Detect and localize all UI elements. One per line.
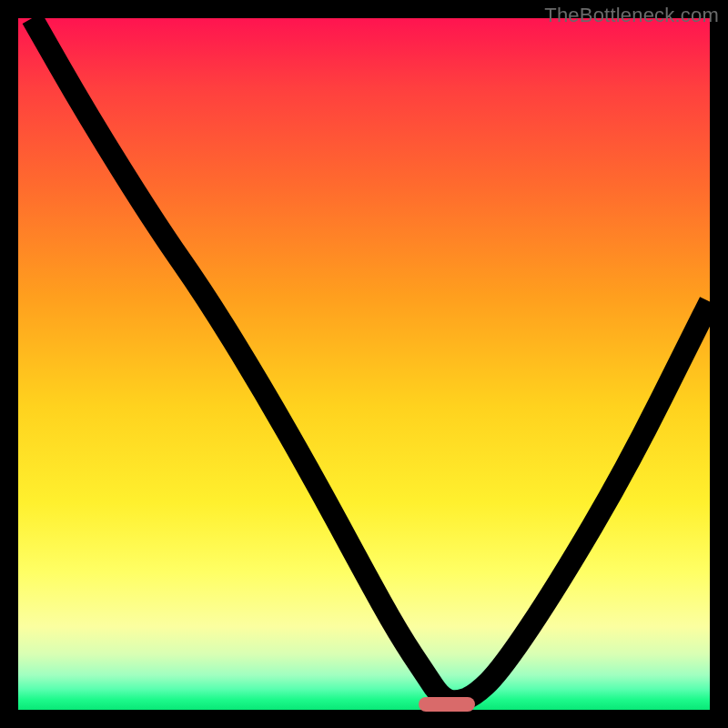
curve-svg: [18, 18, 710, 710]
bottleneck-curve: [32, 18, 710, 702]
plot-area: [18, 18, 710, 710]
optimum-marker: [419, 697, 475, 712]
watermark-text: TheBottleneck.com: [544, 4, 719, 27]
chart-frame: TheBottleneck.com: [0, 0, 728, 728]
